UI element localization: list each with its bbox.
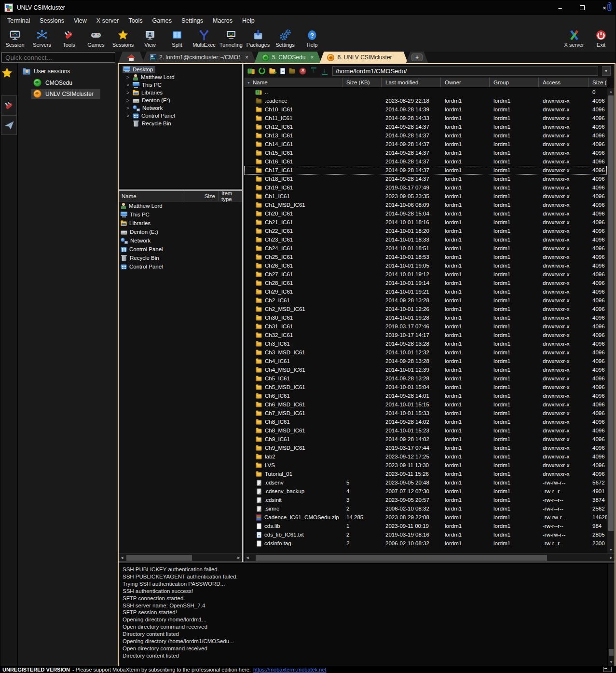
table-row[interactable]: .. 0 [244,88,607,96]
table-row[interactable]: .cdsenv_backup 4 2007-07-12 07:30 lordm1… [244,487,607,496]
close-tab-icon[interactable]: × [310,54,314,61]
tree-item[interactable]: Recycle Bin [122,120,242,127]
tunneling-button[interactable]: Tunneling [218,27,245,52]
table-row[interactable]: Ch1_IC61 2023-09-05 23:35 lordm1 lordm1 … [244,192,607,201]
list-item[interactable]: Denton (E:) [119,228,242,236]
log-scrollbar[interactable]: ▼ [607,563,615,666]
file-vertical-scrollbar[interactable]: ▲ ▼ [607,88,615,553]
close-tab-icon[interactable]: × [397,54,400,61]
column-name[interactable]: ▼Name [244,78,342,87]
scrollbar-thumb[interactable] [608,95,614,531]
menu-item[interactable]: Help [237,16,260,26]
column-item-type[interactable]: Item type [219,191,242,201]
table-row[interactable]: Ch27_IC61 2014-10-01 19:12 lordm1 lordm1… [244,270,607,279]
exit-button[interactable]: Exit [588,27,615,52]
table-row[interactable]: Ch5_IC61 2014-09-28 13:28 lordm1 lordm1 … [244,374,607,383]
table-row[interactable]: Ch4_MSD_IC61 2014-10-01 12:39 lordm1 lor… [244,365,607,374]
scroll-left-icon[interactable]: ◀ [244,554,251,562]
remote-path-input[interactable]: /home/lordm1/CMOSedu/ [332,66,598,76]
table-row[interactable]: Ch28_IC61 2014-10-01 19:14 lordm1 lordm1… [244,279,607,287]
local-horizontal-scrollbar[interactable]: ◀ ▶ [119,553,242,562]
table-row[interactable]: Ch15_IC61 2014-09-28 14:37 lordm1 lordm1… [244,148,607,157]
sessions-button[interactable]: Sessions [110,27,137,52]
menu-item[interactable]: View [69,16,92,26]
close-tab-icon[interactable]: × [245,54,248,61]
menu-item[interactable]: Macros [208,16,237,26]
table-row[interactable]: Ch18_IC61 2014-09-28 14:37 lordm1 lordm1… [244,175,607,183]
scroll-down-icon[interactable]: ▼ [607,546,615,553]
table-row[interactable]: Ch26_IC61 2014-10-01 19:05 lordm1 lordm1… [244,261,607,270]
delete-icon[interactable] [299,67,306,75]
table-row[interactable]: Ch16_IC61 2014-09-28 14:37 lordm1 lordm1… [244,157,607,166]
path-dropdown-button[interactable]: ▼ [602,66,611,76]
table-row[interactable]: Ch21_IC61 2014-10-01 18:16 lordm1 lordm1… [244,218,607,227]
help-button[interactable]: ? Help [299,27,326,52]
column-name[interactable]: Name [119,191,185,201]
table-row[interactable]: Ch2_MSD_IC61 2014-10-01 12:26 lordm1 lor… [244,305,607,313]
maximize-button[interactable] [571,0,593,15]
table-row[interactable]: cds_lib_IC61.txt 2 2019-03-19 08:16 lord… [244,530,607,539]
expand-arrow-icon[interactable]: > [125,106,130,111]
table-row[interactable]: .simrc 2 2006-02-10 08:32 lordm1 lordm1 … [244,504,607,513]
expand-arrow-icon[interactable]: > [125,82,130,88]
table-row[interactable]: Ch3_MSD_IC61 2014-10-01 12:32 lordm1 lor… [244,348,607,357]
refresh-icon[interactable] [259,67,265,74]
table-row[interactable]: Ch30_IC61 2014-10-01 19:28 lordm1 lordm1… [244,313,607,322]
table-row[interactable]: LVS 2023-09-11 13:30 lordm1 lordm1 drwxr… [244,461,607,470]
scroll-right-icon[interactable]: ▶ [235,554,242,562]
table-row[interactable]: Ch7_MSD_IC61 2014-10-01 15:33 lordm1 lor… [244,409,607,417]
list-item[interactable]: Control Panel [119,245,242,254]
menu-item[interactable]: Games [148,16,177,26]
mobatek-link[interactable]: https://mobaxterm.mobatek.net [253,667,327,673]
menu-item[interactable]: Terminal [2,16,35,26]
favorites-star-icon[interactable] [0,67,17,82]
table-row[interactable]: Ch13_IC61 2014-09-28 14:37 lordm1 lordm1… [244,131,607,140]
table-row[interactable]: Ch6_IC61 2014-09-28 14:01 lordm1 lordm1 … [244,391,607,400]
expand-arrow-icon[interactable]: > [125,75,130,80]
tab-unlv-csimcluster[interactable]: 6. UNLV CSIMcluster × [319,52,408,63]
expand-arrow-icon[interactable]: > [125,90,130,95]
table-row[interactable]: Ch9_MSD_IC61 2019-03-17 07:44 lordm1 lor… [244,444,607,452]
new-tab-button[interactable]: + [406,52,428,63]
table-row[interactable]: Ch23_IC61 2014-10-01 18:33 lordm1 lordm1… [244,235,607,244]
table-row[interactable]: Ch3_IC61 2014-09-28 13:28 lordm1 lordm1 … [244,339,607,348]
table-row[interactable]: .cdsinit 3 2023-09-05 20:57 lordm1 lordm… [244,496,607,504]
open-folder-icon[interactable] [289,69,295,74]
scrollbar-thumb[interactable] [256,555,547,561]
table-row[interactable]: Ch19_IC61 2019-03-17 07:49 lordm1 lordm1… [244,183,607,192]
tree-item[interactable]: > This PC [122,81,242,89]
column-group[interactable]: Group [490,78,539,87]
settings-button[interactable]: Settings [272,27,299,52]
table-row[interactable]: .cadence 2023-08-29 22:18 lordm1 lordm1 … [244,96,607,105]
table-row[interactable]: Ch12_IC61 2014-09-28 14:37 lordm1 lordm1… [244,122,607,131]
table-row[interactable]: Ch17_IC61 2014-09-28 14:37 lordm1 lordm1… [244,166,607,175]
table-row[interactable]: Ch6_MSD_IC61 2014-10-01 15:15 lordm1 lor… [244,400,607,409]
menu-item[interactable]: Tools [123,16,147,26]
table-row[interactable]: Ch14_IC61 2014-09-28 14:37 lordm1 lordm1… [244,140,607,148]
table-row[interactable]: Ch20_IC61 2014-09-28 15:04 lordm1 lordm1… [244,209,607,218]
scrollbar-thumb[interactable] [609,649,614,656]
menu-item[interactable]: Settings [177,16,208,26]
table-row[interactable]: Ch11_IC61 2014-09-28 14:33 lordm1 lordm1… [244,114,607,122]
macros-rail-button[interactable] [1,115,17,135]
column-size-bytes[interactable]: Size (By [589,78,607,87]
table-row[interactable]: Ch4_IC61 2014-09-28 13:28 lordm1 lordm1 … [244,357,607,365]
column-size-kb[interactable]: Size (KB) [342,78,382,87]
table-row[interactable]: .cdsenv 5 2023-09-05 20:48 lordm1 lordm1… [244,478,607,487]
column-owner[interactable]: Owner [441,78,490,87]
user-sessions-root[interactable]: User sessions [18,63,118,77]
table-row[interactable]: Ch29_IC61 2014-10-01 19:21 lordm1 lordm1… [244,287,607,296]
scroll-right-icon[interactable]: ▶ [608,554,615,562]
table-row[interactable]: Ch8_MSD_IC61 2014-10-01 15:23 lordm1 lor… [244,426,607,435]
menu-item[interactable]: Sessions [35,16,69,26]
list-item[interactable]: Network [119,236,242,245]
table-row[interactable]: Tutorial_01 2023-09-11 15:26 lordm1 lord… [244,470,607,478]
column-last-modified[interactable]: Last modified [382,78,441,87]
table-row[interactable]: cdsinfo.tag 2 2006-02-10 08:32 lordm1 lo… [244,539,607,548]
quick-connect-input[interactable] [1,52,115,63]
tree-item-desktop[interactable]: Desktop [123,66,155,73]
list-item[interactable]: This PC [119,210,242,219]
view-button[interactable]: View [137,27,164,52]
table-row[interactable]: cds.lib 1 2023-09-11 00:19 lordm1 lordm1… [244,522,607,530]
column-size[interactable]: Size [185,191,219,201]
